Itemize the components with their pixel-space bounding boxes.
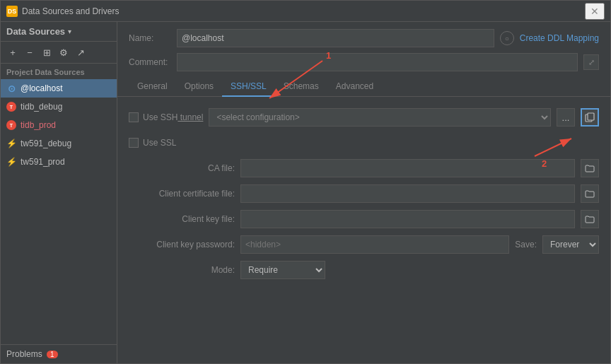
tab-options[interactable]: Options xyxy=(176,77,222,97)
client-key-row: Client key file: xyxy=(129,210,599,228)
client-cert-row: Client certificate file: xyxy=(129,184,599,203)
right-panel: Name: ○ Create DDL Mapping Comment: ⤢ Ge… xyxy=(117,22,610,363)
client-key-input[interactable] xyxy=(240,210,575,228)
localhost-icon: ⊙ xyxy=(6,83,16,93)
title-bar-left: DS Data Sources and Drivers xyxy=(6,6,119,17)
expand-comment-button[interactable]: ⤢ xyxy=(583,54,599,70)
client-cert-browse-button[interactable] xyxy=(581,184,599,203)
client-key-label: Client key file: xyxy=(129,214,235,224)
tw591-prod-icon: ⚡ xyxy=(6,157,16,167)
use-ssl-label: Use SSL xyxy=(143,138,176,148)
ssh-tunnel-row: Use SSH tunnel <select configuration> ..… xyxy=(129,108,599,127)
comment-row: Comment: ⤢ xyxy=(117,52,610,77)
ds-name-tw591-debug: tw591_debug xyxy=(21,139,71,148)
ds-name-localhost: @localhost xyxy=(21,83,63,93)
sidebar-dropdown-icon: ▾ xyxy=(68,28,71,35)
name-input[interactable] xyxy=(177,29,494,47)
save-select[interactable]: Forever Session Never xyxy=(542,235,599,254)
client-cert-input[interactable] xyxy=(240,184,575,203)
problems-label: Problems xyxy=(6,349,42,359)
tw591-debug-icon: ⚡ xyxy=(6,139,16,148)
name-row: Name: ○ Create DDL Mapping xyxy=(117,22,610,52)
comment-input[interactable] xyxy=(177,53,578,71)
mode-label: Mode: xyxy=(129,265,235,275)
datasource-list: ⊙ @localhost T tidb_debug T tidb_prod ⚡ … xyxy=(1,79,117,344)
copy-icon xyxy=(585,112,595,122)
folder-icon-2 xyxy=(585,189,595,198)
ssh-config-select[interactable]: <select configuration> xyxy=(209,108,551,127)
comment-field-label: Comment: xyxy=(129,57,171,67)
tab-advanced[interactable]: Advanced xyxy=(327,77,382,97)
sidebar-title: Data Sources xyxy=(6,26,65,37)
tab-schemas[interactable]: Schemas xyxy=(275,77,327,97)
svg-rect-1 xyxy=(588,113,594,120)
folder-icon xyxy=(585,164,595,172)
create-ddl-link[interactable]: Create DDL Mapping xyxy=(520,33,599,43)
ds-name-tidb-prod: tidb_prod xyxy=(21,120,56,130)
sidebar: Data Sources ▾ + − ⊞ ⚙ ↗ Project Data So… xyxy=(1,22,117,363)
ssh-underline: tunnel xyxy=(178,112,203,122)
tabs-bar: General Options SSH/SSL Schemas Advanced xyxy=(117,77,610,97)
name-options-button[interactable]: ○ xyxy=(500,31,514,45)
client-key-pwd-label: Client key password: xyxy=(129,240,235,249)
client-cert-label: Client certificate file: xyxy=(129,189,235,199)
use-ssl-checkbox[interactable] xyxy=(129,138,139,148)
folder-icon-3 xyxy=(585,215,595,223)
client-key-pwd-row: Client key password: Save: Forever Sessi… xyxy=(129,235,599,254)
ssh-ssl-content: Use SSH tunnel <select configuration> ..… xyxy=(117,97,610,363)
ds-name-tw591-prod: tw591_prod xyxy=(21,157,65,167)
mode-row: Mode: Require Disable Verify CA Verify F… xyxy=(129,261,599,279)
copy-datasource-button[interactable]: ⊞ xyxy=(39,45,54,60)
ds-item-tw591-prod[interactable]: ⚡ tw591_prod xyxy=(1,153,117,171)
project-ds-label: Project Data Sources xyxy=(1,64,117,79)
sidebar-header-left: Data Sources ▾ xyxy=(6,26,71,37)
ds-item-tidb-prod[interactable]: T tidb_prod xyxy=(1,116,117,134)
settings-button[interactable]: ⚙ xyxy=(56,45,71,60)
ds-name-tidb-debug: tidb_debug xyxy=(21,102,62,112)
tab-general[interactable]: General xyxy=(129,77,176,97)
tidb-debug-icon: T xyxy=(6,102,16,112)
window-title: Data Sources and Drivers xyxy=(22,6,119,16)
remove-datasource-button[interactable]: − xyxy=(22,45,37,60)
use-ssh-label: Use SSH tunnel xyxy=(143,112,203,122)
ca-file-input[interactable] xyxy=(240,159,575,177)
ds-item-localhost[interactable]: ⊙ @localhost xyxy=(1,79,117,98)
title-bar: DS Data Sources and Drivers ✕ xyxy=(1,1,610,22)
tidb-prod-icon: T xyxy=(6,120,16,130)
client-key-browse-button[interactable] xyxy=(581,210,599,228)
add-datasource-button[interactable]: + xyxy=(5,45,21,60)
tab-ssh-ssl[interactable]: SSH/SSL xyxy=(222,77,275,97)
problems-badge: 1 xyxy=(47,351,58,358)
right-panel-wrapper: Name: ○ Create DDL Mapping Comment: ⤢ Ge… xyxy=(117,22,610,363)
close-button[interactable]: ✕ xyxy=(585,3,605,20)
use-ssh-checkbox[interactable] xyxy=(129,112,139,122)
sidebar-header: Data Sources ▾ xyxy=(1,22,117,42)
save-label: Save: xyxy=(515,240,537,249)
ca-file-row: CA file: xyxy=(129,159,599,177)
ssh-ellipsis-button[interactable]: ... xyxy=(557,108,575,127)
ca-file-label: CA file: xyxy=(129,163,235,173)
problems-section[interactable]: Problems 1 xyxy=(1,344,117,363)
ds-item-tw591-debug[interactable]: ⚡ tw591_debug xyxy=(1,134,117,153)
ds-item-tidb-debug[interactable]: T tidb_debug xyxy=(1,98,117,116)
app-icon: DS xyxy=(6,6,18,17)
client-key-pwd-input[interactable] xyxy=(240,235,509,254)
ssh-copy-button[interactable] xyxy=(581,108,599,127)
main-content: Data Sources ▾ + − ⊞ ⚙ ↗ Project Data So… xyxy=(1,22,610,363)
use-ssl-row: Use SSL xyxy=(129,138,599,148)
mode-select[interactable]: Require Disable Verify CA Verify Full xyxy=(240,261,325,279)
export-button[interactable]: ↗ xyxy=(73,45,88,60)
main-window: DS Data Sources and Drivers ✕ Data Sourc… xyxy=(0,0,611,364)
name-field-label: Name: xyxy=(129,33,171,43)
sidebar-toolbar: + − ⊞ ⚙ ↗ xyxy=(1,42,117,64)
use-ssh-checkbox-wrapper: Use SSH tunnel xyxy=(129,112,203,122)
ca-file-browse-button[interactable] xyxy=(581,159,599,177)
